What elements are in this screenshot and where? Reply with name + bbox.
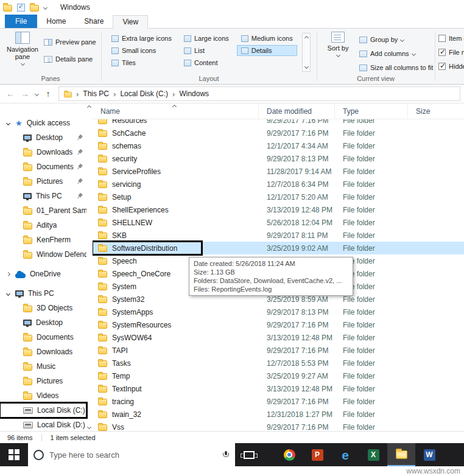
- file-row[interactable]: TAPI9/29/2017 7:16 PMFile folder: [93, 344, 464, 357]
- sidebar-item-local-disk-d[interactable]: Local Disk (D:): [0, 418, 86, 431]
- sidebar-item-music[interactable]: Music: [0, 359, 86, 374]
- folder-icon: [98, 258, 107, 265]
- start-button[interactable]: [0, 443, 28, 466]
- sidebar-item-local-disk-c[interactable]: Local Disk (C:): [0, 403, 86, 418]
- powerpoint-button[interactable]: P: [303, 443, 331, 466]
- file-row[interactable]: servicing12/7/2018 6:34 PMFile folder: [93, 178, 464, 191]
- microphone-icon[interactable]: [223, 451, 228, 459]
- sidebar-item-documents[interactable]: Documents: [0, 330, 86, 345]
- breadcrumb-item-local-disk-c[interactable]: Local Disk (C:): [120, 89, 168, 98]
- file-row[interactable]: SystemResources9/29/2017 7:16 PMFile fol…: [93, 318, 464, 331]
- column-header-type[interactable]: Type: [335, 103, 408, 119]
- sidebar-item-this-pc[interactable]: This PC: [0, 286, 86, 301]
- chrome-button[interactable]: [275, 443, 303, 466]
- sidebar-item-window-defend[interactable]: Window Defend: [0, 247, 86, 262]
- sidebar-item-this-pc[interactable]: This PC: [0, 189, 86, 203]
- address-box[interactable]: ›This PC›Local Disk (C:)›Windows: [58, 86, 460, 101]
- properties-icon[interactable]: [17, 4, 25, 12]
- column-header-size[interactable]: Size: [408, 103, 464, 119]
- sidebar-item-videos[interactable]: Videos: [0, 388, 86, 403]
- tab-home[interactable]: Home: [37, 15, 75, 28]
- file-row[interactable]: twain_3212/31/2018 1:27 PMFile folder: [93, 408, 464, 421]
- file-explorer-button[interactable]: [387, 443, 415, 466]
- file-row[interactable]: Setup12/1/2017 5:20 AMFile folder: [93, 191, 464, 203]
- up-button[interactable]: ↑: [41, 87, 55, 100]
- chevron-down-icon[interactable]: [5, 291, 10, 295]
- task-view-button[interactable]: [235, 443, 263, 466]
- sidebar-item-01-parent-sampl[interactable]: 01_Parent Sampl: [0, 203, 86, 218]
- sidebar-item-onedrive[interactable]: OneDrive: [0, 267, 86, 281]
- file-row[interactable]: ServiceProfiles11/28/2017 9:14 AMFile fo…: [93, 165, 464, 178]
- layout-option-list[interactable]: List: [180, 45, 233, 56]
- sidebar-item-desktop[interactable]: Desktop: [0, 130, 86, 145]
- file-row[interactable]: schemas12/1/2017 4:34 AMFile folder: [93, 139, 464, 152]
- add-columns-button[interactable]: Add columns: [359, 50, 415, 57]
- file-row[interactable]: SchCache9/29/2017 7:16 PMFile folder: [93, 127, 464, 139]
- tab-view[interactable]: View: [113, 15, 148, 29]
- file-row[interactable]: SKB9/29/2017 8:11 PMFile folder: [93, 229, 464, 242]
- checkbox-hidden-items[interactable]: Hidden items: [438, 63, 464, 70]
- sidebar-item-pictures[interactable]: Pictures: [0, 374, 86, 388]
- group-by-button[interactable]: Group by: [359, 36, 404, 43]
- layout-option-large-icons[interactable]: Large icons: [180, 33, 233, 44]
- layout-option-small-icons[interactable]: Small icons: [107, 45, 176, 56]
- checkbox-file-name-extensions[interactable]: File name extensions: [438, 49, 464, 56]
- sidebar-item-pictures[interactable]: Pictures: [0, 174, 86, 189]
- back-button[interactable]: ←: [4, 87, 17, 100]
- sidebar-item-documents[interactable]: Documents: [0, 159, 86, 174]
- size-all-columns-button[interactable]: Size all columns to fit: [359, 64, 433, 71]
- file-row[interactable]: tracing9/29/2017 7:16 PMFile folder: [93, 395, 464, 408]
- sidebar-item-downloads[interactable]: Downloads: [0, 145, 86, 159]
- forward-button[interactable]: →: [18, 87, 32, 100]
- sidebar-item-downloads[interactable]: Downloads: [0, 345, 86, 359]
- file-row[interactable]: Tasks12/7/2018 5:53 PMFile folder: [93, 357, 464, 369]
- recent-locations-chevron-icon[interactable]: [33, 93, 40, 96]
- edge-button[interactable]: e: [331, 443, 359, 466]
- column-header-date-modified[interactable]: Date modified: [259, 103, 335, 119]
- details-pane-button[interactable]: Details pane: [44, 55, 93, 63]
- file-row[interactable]: security9/29/2017 8:13 PMFile folder: [93, 152, 464, 165]
- scroll-up-icon[interactable]: [304, 36, 308, 40]
- layout-option-details[interactable]: Details: [237, 45, 297, 56]
- layout-option-content[interactable]: Content: [180, 57, 233, 68]
- tab-share[interactable]: Share: [75, 15, 113, 28]
- customize-toolbar-chevron-icon[interactable]: [43, 5, 47, 9]
- file-row[interactable]: Vss9/29/2017 7:16 PMFile folder: [93, 421, 464, 431]
- layout-gallery-scrollbar[interactable]: [302, 33, 311, 72]
- layout-option-extra-large-icons[interactable]: Extra large icons: [107, 33, 176, 44]
- checkbox-item-check-boxes[interactable]: Item check boxes: [438, 35, 464, 42]
- new-folder-icon[interactable]: [30, 5, 39, 12]
- file-row[interactable]: TextInput3/13/2019 12:48 PMFile folder: [93, 382, 464, 395]
- taskbar-search[interactable]: Type here to search: [28, 443, 235, 466]
- file-name: Vss: [112, 423, 124, 432]
- breadcrumb-item-this-pc[interactable]: This PC: [83, 89, 109, 98]
- scroll-down-icon[interactable]: [304, 65, 308, 69]
- sidebar-item-kenfherm[interactable]: KenFherm: [0, 233, 86, 247]
- file-row[interactable]: SystemApps9/29/2017 8:13 PMFile folder: [93, 306, 464, 318]
- sidebar-item-desktop[interactable]: Desktop: [0, 315, 86, 330]
- sidebar-scroll-up-icon[interactable]: [87, 105, 91, 110]
- navigation-pane-button[interactable]: Navigation pane: [4, 32, 41, 65]
- tab-file[interactable]: File: [5, 15, 37, 28]
- excel-button[interactable]: X: [359, 443, 387, 466]
- layout-option-medium-icons[interactable]: Medium icons: [237, 33, 297, 44]
- file-row[interactable]: SHELLNEW5/26/2018 12:04 PMFile folder: [93, 216, 464, 229]
- preview-pane-button[interactable]: Preview pane: [44, 38, 96, 46]
- file-row[interactable]: Temp3/25/2019 9:27 AMFile folder: [93, 369, 464, 382]
- word-button[interactable]: W: [415, 443, 443, 466]
- layout-option-tiles[interactable]: Tiles: [107, 57, 176, 68]
- group-by-icon: [359, 37, 367, 43]
- file-row[interactable]: Resources9/29/2017 7:16 PMFile folder: [93, 119, 464, 127]
- cortana-icon[interactable]: [33, 450, 44, 460]
- sidebar-item-aditya[interactable]: Aditya: [0, 218, 86, 233]
- chevron-right-icon[interactable]: [5, 271, 10, 276]
- sort-by-button[interactable]: Sort by: [320, 32, 356, 57]
- file-row[interactable]: SysWOW643/13/2019 12:48 PMFile folder: [93, 331, 464, 344]
- file-row[interactable]: SoftwareDistribution3/25/2019 9:02 AMFil…: [93, 242, 464, 254]
- checkbox-icon: [438, 35, 446, 42]
- chevron-down-icon[interactable]: [5, 121, 10, 125]
- breadcrumb-item-windows[interactable]: Windows: [179, 89, 209, 98]
- sidebar-item-3d-objects[interactable]: 3D Objects: [0, 301, 86, 315]
- sidebar-item-quick-access[interactable]: ★Quick access: [0, 116, 86, 130]
- file-row[interactable]: ShellExperiences3/13/2019 12:48 PMFile f…: [93, 203, 464, 216]
